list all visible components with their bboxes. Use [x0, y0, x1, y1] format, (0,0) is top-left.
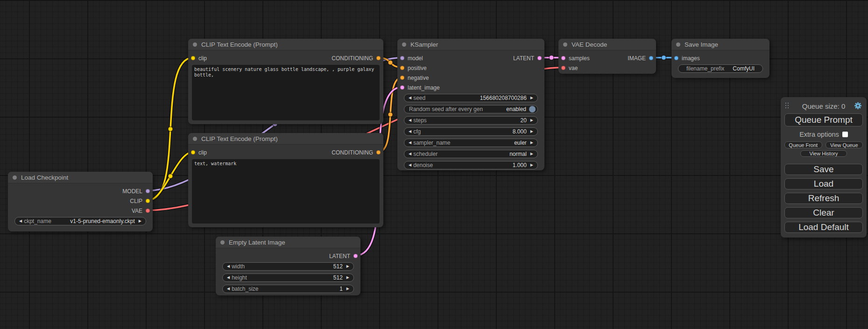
save-button[interactable]: Save [784, 164, 863, 175]
Random seed after every gen-widget[interactable]: Random seed after every genenabled [404, 105, 538, 113]
ckpt_name-widget[interactable]: ◀ckpt_namev1-5-pruned-emaonly.ckpt▶ [14, 217, 146, 225]
LATENT-output-dot[interactable] [537, 56, 542, 60]
queue-prompt-button[interactable]: Queue Prompt [784, 113, 863, 126]
vae-input-dot[interactable] [561, 66, 565, 70]
refresh-button[interactable]: Refresh [784, 193, 863, 204]
node-load-checkpoint[interactable]: Load CheckpointMODELCLIPVAE◀ckpt_namev1-… [8, 172, 153, 231]
width-widget[interactable]: ◀width512▶ [222, 262, 354, 271]
MODEL-output-dot[interactable] [146, 189, 150, 193]
load-button[interactable]: Load [784, 178, 863, 189]
CONDITIONING-output-dot[interactable] [376, 150, 381, 154]
toggle-knob[interactable] [529, 106, 536, 112]
increment-arrow-icon[interactable]: ▶ [345, 265, 351, 268]
collapse-dot-icon[interactable] [13, 175, 17, 180]
decrement-arrow-icon[interactable]: ◀ [407, 152, 413, 156]
decrement-arrow-icon[interactable]: ◀ [225, 276, 232, 280]
collapse-dot-icon[interactable] [563, 42, 567, 47]
link-midpoint-dot [168, 174, 173, 179]
collapse-dot-icon[interactable] [193, 42, 197, 47]
positive-input-dot[interactable] [400, 66, 404, 70]
gear-icon[interactable] [854, 102, 862, 110]
batch_size-widget[interactable]: ◀batch_size1▶ [222, 285, 354, 293]
seed-widget[interactable]: ◀seed156680208700286▶ [404, 94, 538, 102]
clear-button[interactable]: Clear [784, 207, 863, 218]
decrement-arrow-icon[interactable]: ◀ [407, 130, 413, 133]
node-empty-latent-image[interactable]: Empty Latent ImageLATENT◀width512▶◀heigh… [216, 237, 360, 295]
increment-arrow-icon[interactable]: ▶ [529, 163, 535, 167]
node-titlebar[interactable]: CLIP Text Encode (Prompt) [188, 39, 383, 50]
decrement-arrow-icon[interactable]: ◀ [17, 219, 24, 223]
graph-canvas[interactable]: Queue size: 0 Queue Prompt Extra options [0, 0, 868, 329]
queue-front-button[interactable]: Queue Front [784, 141, 822, 148]
view-queue-button[interactable]: View Queue [826, 141, 863, 148]
LATENT-output-dot[interactable] [353, 254, 358, 258]
load-default-button[interactable]: Load Default [784, 222, 863, 233]
steps-widget[interactable]: ◀steps20▶ [404, 116, 538, 125]
node-titlebar[interactable]: Save Image [671, 39, 769, 50]
node-ksampler[interactable]: KSamplermodelLATENTpositivenegativelaten… [397, 39, 544, 170]
cfg-widget[interactable]: ◀cfg8.000▶ [404, 127, 538, 136]
decrement-arrow-icon[interactable]: ◀ [225, 287, 232, 291]
link-midpoint-dot [168, 127, 173, 132]
decrement-arrow-icon[interactable]: ◀ [407, 141, 413, 145]
clip-input-dot[interactable] [191, 150, 195, 154]
width-widget-value: 512 [245, 263, 345, 270]
collapse-dot-icon[interactable] [402, 42, 406, 47]
prompt-textarea[interactable]: text, watermark [192, 159, 380, 224]
node-clip-text-encode-1[interactable]: CLIP Text Encode (Prompt)clipCONDITIONIN… [188, 39, 383, 124]
CONDITIONING-output-dot[interactable] [376, 56, 381, 60]
scheduler-widget[interactable]: ◀schedulernormal▶ [404, 150, 538, 158]
ckpt_name-widget-value: v1-5-pruned-emaonly.ckpt [51, 218, 137, 224]
increment-arrow-icon[interactable]: ▶ [529, 96, 535, 100]
clip-input: clip [191, 149, 207, 156]
collapse-dot-icon[interactable] [193, 137, 197, 141]
denoise-widget[interactable]: ◀denoise1.000▶ [404, 161, 538, 169]
IMAGE-output-dot[interactable] [649, 56, 653, 60]
node-titlebar[interactable]: KSampler [397, 39, 544, 50]
positive-input: positive [400, 65, 427, 71]
negative-input-dot[interactable] [400, 76, 404, 80]
increment-arrow-icon[interactable]: ▶ [529, 130, 535, 133]
height-widget-row: ◀height512▶ [216, 272, 360, 283]
decrement-arrow-icon[interactable]: ◀ [407, 163, 413, 167]
node-body: samplesIMAGEvae [558, 50, 656, 74]
increment-arrow-icon[interactable]: ▶ [529, 152, 535, 156]
height-widget[interactable]: ◀height512▶ [222, 273, 354, 282]
node-titlebar[interactable]: VAE Decode [558, 39, 656, 50]
decrement-arrow-icon[interactable]: ◀ [407, 119, 413, 122]
increment-arrow-icon[interactable]: ▶ [137, 219, 143, 223]
node-titlebar[interactable]: Empty Latent Image [216, 237, 360, 248]
positive-input-label: positive [408, 65, 427, 71]
CLIP-output-dot[interactable] [146, 199, 150, 203]
increment-arrow-icon[interactable]: ▶ [529, 119, 535, 122]
VAE-output-dot[interactable] [146, 209, 150, 213]
node-title: Empty Latent Image [229, 239, 285, 246]
increment-arrow-icon[interactable]: ▶ [345, 287, 351, 291]
model-input-dot[interactable] [400, 56, 404, 60]
node-vae-decode[interactable]: VAE DecodesamplesIMAGEvae [558, 39, 656, 74]
decrement-arrow-icon[interactable]: ◀ [225, 265, 232, 268]
collapse-dot-icon[interactable] [220, 240, 225, 245]
view-history-button[interactable]: View History [800, 150, 847, 157]
increment-arrow-icon[interactable]: ▶ [345, 276, 351, 280]
extra-options-checkbox[interactable] [842, 132, 848, 137]
node-clip-text-encode-2[interactable]: CLIP Text Encode (Prompt)clipCONDITIONIN… [188, 133, 383, 227]
collapse-dot-icon[interactable] [676, 42, 680, 47]
sampler_name-widget[interactable]: ◀sampler_nameeuler▶ [404, 139, 538, 147]
node-body: modelLATENTpositivenegativelatent_image◀… [397, 50, 544, 170]
images-input-dot[interactable] [674, 56, 678, 60]
samples-input-dot[interactable] [561, 56, 565, 60]
node-titlebar[interactable]: Load Checkpoint [8, 172, 153, 183]
clip-input-dot[interactable] [191, 56, 195, 60]
decrement-arrow-icon[interactable]: ◀ [407, 96, 413, 100]
node-titlebar[interactable]: CLIP Text Encode (Prompt) [188, 133, 383, 145]
prompt-textarea[interactable]: beautiful scenery nature glass bottle la… [192, 65, 380, 120]
latent_image-input-dot[interactable] [400, 85, 404, 90]
filename_prefix-widget[interactable]: filename_prefixComfyUI [678, 64, 763, 73]
increment-arrow-icon[interactable]: ▶ [529, 141, 535, 145]
link-midpoint-dot [549, 56, 554, 60]
drag-handle-icon[interactable] [785, 103, 790, 110]
sampler_name-widget-row: ◀sampler_nameeuler▶ [397, 137, 544, 148]
steps-widget-row: ◀steps20▶ [397, 115, 544, 126]
node-save-image[interactable]: Save Imageimagesfilename_prefixComfyUI [671, 39, 769, 78]
